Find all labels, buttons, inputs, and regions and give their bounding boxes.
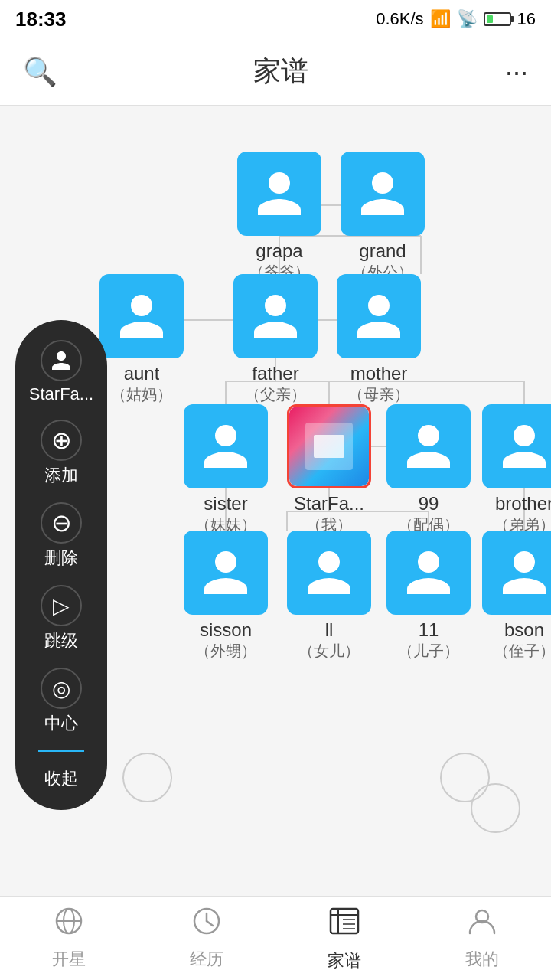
status-right: 0.6K/s 📶 📡 16 xyxy=(376,9,536,29)
top-nav: 🔍 家谱 ··· xyxy=(0,38,551,106)
name-11: 11 xyxy=(419,619,439,641)
tab-genealogy-label: 家谱 xyxy=(328,949,361,972)
node-starfa[interactable]: StarFa... （我） xyxy=(287,404,371,535)
name-grand: grand xyxy=(359,240,406,262)
role-11: （儿子） xyxy=(398,641,459,662)
name-father: father xyxy=(252,363,298,384)
sidebar-delete[interactable]: ⊖ 删除 xyxy=(15,498,107,574)
avatar-aunt xyxy=(99,274,184,358)
sidebar: StarFa... ⊕ 添加 ⊖ 删除 ▷ 跳级 ◎ 中心 收起 xyxy=(15,320,107,810)
node-mother[interactable]: mother （母亲） xyxy=(337,274,421,405)
tab-explore-label: 开星 xyxy=(52,948,86,971)
main-content: grapa （爷爷） grand （外公） aunt （姑妈） father （… xyxy=(0,106,551,910)
tab-history-label: 经历 xyxy=(190,948,223,971)
jump-icon: ▷ xyxy=(41,585,82,626)
avatar-father xyxy=(233,274,318,358)
sidebar-divider xyxy=(38,750,84,752)
add-icon: ⊕ xyxy=(41,420,82,461)
avatar-starfa xyxy=(287,404,371,488)
page-title: 家谱 xyxy=(253,53,308,90)
profile-icon xyxy=(467,906,497,943)
node-ll[interactable]: ll （女儿） xyxy=(287,531,371,662)
node-aunt[interactable]: aunt （姑妈） xyxy=(99,274,184,405)
avatar-bson xyxy=(482,531,551,615)
status-bar: 18:33 0.6K/s 📶 📡 16 xyxy=(0,0,551,38)
name-brother: brother xyxy=(495,493,551,514)
avatar-grand xyxy=(341,152,425,236)
name-starfa: StarFa... xyxy=(294,493,364,514)
sidebar-center-label: 中心 xyxy=(44,712,78,735)
more-icon[interactable]: ··· xyxy=(505,56,528,88)
svg-rect-26 xyxy=(331,909,358,933)
svg-line-25 xyxy=(207,921,213,926)
name-ll: ll xyxy=(325,619,334,641)
sidebar-username: StarFa... xyxy=(29,384,93,404)
tab-profile[interactable]: 我的 xyxy=(465,906,499,971)
node-grapa[interactable]: grapa （爷爷） xyxy=(237,152,321,283)
battery-level: 16 xyxy=(517,9,536,29)
tab-history[interactable]: 经历 xyxy=(190,906,223,971)
node-brother[interactable]: brother （弟弟） xyxy=(482,404,551,535)
role-ll: （女儿） xyxy=(298,641,360,662)
history-icon xyxy=(191,906,222,943)
sidebar-jump[interactable]: ▷ 跳级 xyxy=(15,580,107,657)
role-sisson: （外甥） xyxy=(195,641,256,662)
avatar-sisson xyxy=(184,531,268,615)
name-99: 99 xyxy=(419,493,439,514)
status-time: 18:33 xyxy=(15,8,67,31)
genealogy-icon xyxy=(328,904,361,945)
tab-profile-label: 我的 xyxy=(465,948,499,971)
tab-explore[interactable]: 开星 xyxy=(52,906,86,971)
node-bson[interactable]: bson （侄子） xyxy=(482,531,551,662)
avatar-brother xyxy=(482,404,551,488)
node-sisson[interactable]: sisson （外甥） xyxy=(184,531,268,662)
sidebar-delete-label: 删除 xyxy=(44,547,78,570)
node-sister[interactable]: sister （妹妹） xyxy=(184,404,268,535)
node-father[interactable]: father （父亲） xyxy=(233,274,318,405)
sidebar-add-label: 添加 xyxy=(44,464,78,487)
name-aunt: aunt xyxy=(124,363,160,384)
avatar-ll xyxy=(287,531,371,615)
wifi-icon: 📡 xyxy=(457,9,478,29)
avatar-sister xyxy=(184,404,268,488)
dot-right xyxy=(471,783,520,833)
center-icon: ◎ xyxy=(41,668,82,709)
avatar-11 xyxy=(386,531,471,615)
sidebar-center[interactable]: ◎ 中心 xyxy=(15,663,107,740)
name-bson: bson xyxy=(504,619,544,641)
avatar-mother xyxy=(337,274,421,358)
battery-icon xyxy=(484,12,511,26)
role-mother: （母亲） xyxy=(348,384,409,405)
role-bson: （侄子） xyxy=(494,641,551,662)
role-aunt: （姑妈） xyxy=(111,384,172,405)
avatar-99 xyxy=(386,404,471,488)
name-mother: mother xyxy=(350,363,408,384)
sidebar-collapse[interactable]: 收起 xyxy=(15,763,107,795)
sidebar-user-icon xyxy=(41,340,82,381)
tab-genealogy[interactable]: 家谱 xyxy=(328,904,361,972)
signal-icon: 📶 xyxy=(430,9,451,29)
sidebar-add[interactable]: ⊕ 添加 xyxy=(15,415,107,492)
tab-bar: 开星 经历 家谱 xyxy=(0,896,551,980)
role-father: （父亲） xyxy=(245,384,306,405)
delete-icon: ⊖ xyxy=(41,502,82,544)
sidebar-collapse-label: 收起 xyxy=(44,767,78,790)
name-grapa: grapa xyxy=(256,240,302,262)
explore-icon xyxy=(54,906,84,943)
dot-left xyxy=(122,753,172,802)
name-sister: sister xyxy=(204,493,247,514)
node-11[interactable]: 11 （儿子） xyxy=(386,531,471,662)
node-grand[interactable]: grand （外公） xyxy=(341,152,425,283)
node-99[interactable]: 99 （配偶） xyxy=(386,404,471,535)
sidebar-jump-label: 跳级 xyxy=(44,629,78,652)
sidebar-user[interactable]: StarFa... xyxy=(15,335,107,409)
name-sisson: sisson xyxy=(200,619,252,641)
avatar-grapa xyxy=(237,152,321,236)
search-icon[interactable]: 🔍 xyxy=(23,56,57,88)
network-speed: 0.6K/s xyxy=(376,9,423,29)
